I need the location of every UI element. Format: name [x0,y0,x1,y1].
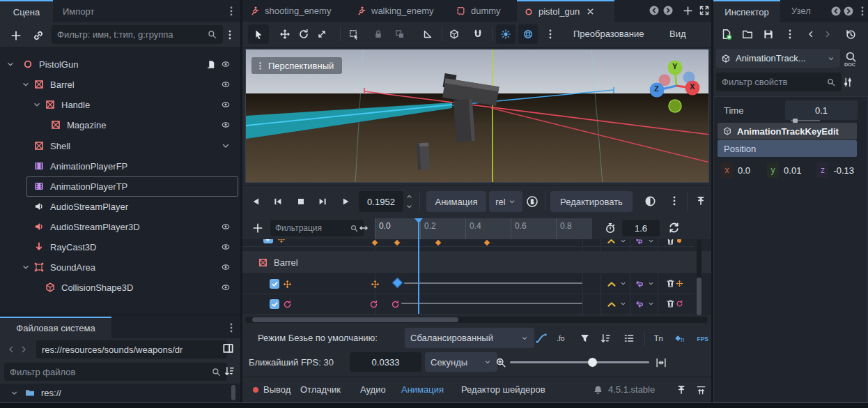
visibility-eye-icon[interactable] [219,80,232,89]
projection-menu-button[interactable]: Перспективный [251,57,342,74]
track-enabled-checkbox[interactable] [270,279,279,289]
bottom-tab-animation[interactable]: Анимация [401,384,444,395]
next-scene-icon[interactable] [662,5,674,16]
collapse-icon[interactable] [10,388,19,398]
pin-animation-icon[interactable] [695,195,706,206]
timeline-zoom-slider[interactable] [510,361,649,363]
sort-tracks-icon[interactable] [599,332,612,345]
current-time-spinbox[interactable]: 0.1952 [359,191,403,212]
bottom-tab-audio[interactable]: Аудио [360,384,386,395]
viewport-3d[interactable]: Y Z X Перспективный [245,49,709,183]
tool-scale-icon[interactable] [316,29,327,40]
filesystem-path-input[interactable]: res://resources/sounds/weapons/dr [36,340,227,358]
pan-timeline-icon[interactable] [358,222,369,234]
spin-down-icon[interactable] [405,202,414,211]
ruler-icon[interactable] [422,29,433,40]
track-enabled-checkbox[interactable] [263,239,273,243]
tool-list-select-icon[interactable] [348,29,359,40]
bezier-curve-icon[interactable] [535,332,548,345]
lock-icon[interactable] [373,29,384,40]
visibility-eye-icon[interactable] [219,242,232,252]
track-list-icon[interactable] [623,332,635,345]
blend-mode-dropdown[interactable]: rel [489,191,522,212]
prev-scene-icon[interactable] [649,5,660,16]
menu-transform[interactable]: Преобразование [573,29,644,39]
resource-selector-dropdown[interactable]: AnimationTrack... [716,49,840,68]
chevron-down-icon[interactable] [647,239,655,245]
keyframe[interactable] [435,240,441,245]
zoom-in-icon[interactable] [495,356,507,369]
track-row-position[interactable] [242,273,694,294]
track-filter-input[interactable]: Фильтрация [270,220,364,236]
preview-sun-button[interactable] [496,24,516,44]
loop-wrap-icon[interactable] [634,299,645,309]
tree-item-soundarea[interactable]: SoundArea [1,257,238,277]
history-forward-icon[interactable] [822,29,833,40]
animation-length-field[interactable]: 1.6 [622,220,660,236]
tree-item-animationplayerfp[interactable]: AnimationPlayerFP [1,156,238,176]
save-resource-icon[interactable] [762,28,775,40]
keyframe[interactable] [372,240,378,245]
visibility-eye-icon[interactable] [219,262,232,272]
scene-filter-input[interactable]: Фильтр: имя, t:тип, g:группа [52,25,223,44]
time-mini-slider[interactable] [791,120,820,121]
filter-funnel-icon[interactable] [579,332,591,345]
scene-tab-shooting-enemy[interactable]: shooting_enemy [249,0,331,22]
prev-object-icon[interactable] [830,6,842,17]
text-normalized-icon[interactable]: Tn [652,332,666,345]
tab-node[interactable]: Узел [791,6,811,16]
next-object-icon[interactable] [843,6,854,17]
script-icon[interactable] [206,59,217,70]
new-scene-tab-icon[interactable] [682,5,694,17]
ease-mode-icon[interactable] [606,299,617,309]
delete-track-icon[interactable] [665,278,676,289]
bezier-mode-dropdown[interactable]: Сбалансированный [405,328,534,348]
visibility-eye-icon[interactable] [219,59,232,69]
notifications-bell-icon[interactable] [592,384,604,396]
y-component-value[interactable]: 0.01 [784,165,801,176]
tool-rotate-icon[interactable] [298,29,309,40]
x-component-value[interactable]: 0.0 [738,165,750,176]
pin-bottom-panel-icon[interactable] [676,384,687,395]
gizmo-axis-z-label[interactable]: Z [654,84,659,93]
resource-menu-icon[interactable] [784,29,796,40]
history-back-icon[interactable] [6,344,17,355]
visibility-eye-icon[interactable] [219,282,232,292]
instance-scene-button[interactable] [32,29,45,42]
menu-view[interactable]: Вид [669,29,686,39]
collapse-icon[interactable] [21,262,31,272]
keyframe-selected[interactable] [392,278,403,289]
bottom-tab-debugger[interactable]: Отладчик [300,384,341,395]
tool-move-icon[interactable] [279,29,290,40]
collapse-icon[interactable] [6,59,15,69]
keyframe-position[interactable] [371,280,380,289]
scene-tab-pistol-gun[interactable]: pistol_gun [517,0,614,22]
file-filter-input[interactable]: Фильтр файлов [4,363,227,381]
step-back-icon[interactable] [272,196,284,207]
track-row-rotation[interactable] [242,294,694,315]
visibility-eye-icon[interactable] [219,222,232,232]
search-docs-button[interactable]: DOC [837,49,864,68]
close-icon[interactable] [586,7,595,16]
snap-icon[interactable] [472,29,483,40]
keyframe-rotation[interactable] [391,300,400,309]
onion-menu-icon[interactable] [669,195,680,206]
gizmo-axis-x-label[interactable]: X [690,82,695,91]
function-icon[interactable]: .fo [555,332,569,345]
new-resource-icon[interactable] [720,28,733,40]
spin-up-icon[interactable] [405,192,414,201]
fps-toggle-icon[interactable]: FPS [695,332,711,345]
add-track-icon[interactable] [251,222,264,234]
time-unit-dropdown[interactable]: Секунды [425,352,497,372]
scene-dock-menu-icon[interactable] [226,6,237,17]
chevron-down-icon[interactable] [619,239,627,245]
scene-tab-walking-enemy[interactable]: walking_enemy [356,0,434,22]
tree-item-magazine[interactable]: Magazine [1,115,238,135]
keyframe[interactable] [484,240,490,245]
box-mode-icon[interactable] [449,29,460,40]
keyframe[interactable] [394,240,400,245]
filesystem-menu-icon[interactable] [226,322,237,333]
ease-mode-icon[interactable] [606,239,617,245]
edit-history-icon[interactable] [844,28,857,40]
delete-track-icon[interactable] [665,239,676,246]
